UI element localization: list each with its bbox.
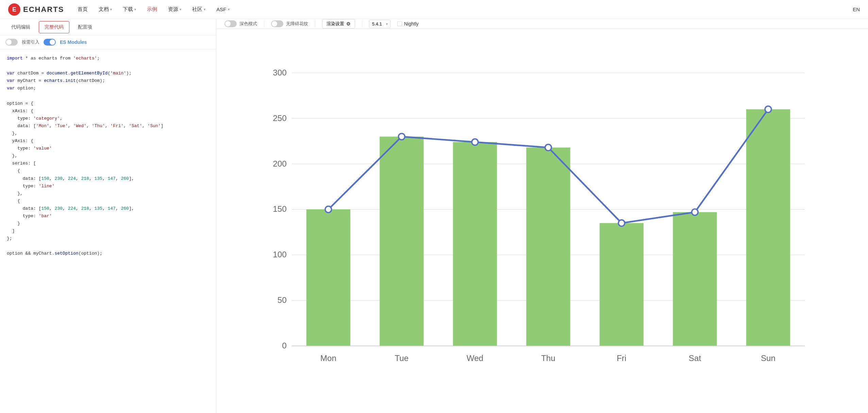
svg-point-26 — [545, 144, 552, 151]
accessible-toggle[interactable] — [271, 20, 283, 27]
nightly-checkbox[interactable] — [397, 21, 402, 26]
chevron-down-icon: ▾ — [110, 7, 112, 11]
svg-text:200: 200 — [273, 159, 286, 168]
nav-item-examples[interactable]: 示例 — [147, 6, 157, 13]
svg-text:Mon: Mon — [320, 354, 336, 363]
svg-text:E: E — [12, 6, 16, 13]
es-modules-label: ES Modules — [60, 39, 87, 45]
svg-text:0: 0 — [282, 341, 286, 350]
gear-icon: ⚙ — [346, 21, 351, 27]
logo[interactable]: E ECHARTS — [8, 3, 64, 16]
chevron-down-icon: ▾ — [204, 7, 205, 11]
svg-rect-22 — [746, 109, 790, 346]
nav-menu: 首页 文档 ▾ 下载 ▾ 示例 资源 ▾ 社区 ▾ ASF ▾ — [78, 6, 853, 13]
svg-text:Fri: Fri — [617, 354, 626, 363]
dark-mode-label: 深色模式 — [239, 21, 257, 27]
tab-full-code[interactable]: 完整代码 — [39, 21, 69, 33]
svg-point-28 — [692, 209, 698, 216]
on-demand-toggle[interactable] — [5, 39, 18, 46]
svg-text:Thu: Thu — [541, 354, 555, 363]
options-bar: 按需引入 ES Modules — [0, 35, 216, 49]
accessible-item: 无障碍花纹 — [271, 20, 308, 27]
nav-item-home[interactable]: 首页 — [78, 6, 88, 13]
nightly-label: Nightly — [404, 21, 419, 27]
svg-text:Sun: Sun — [761, 354, 775, 363]
svg-point-29 — [765, 106, 771, 113]
svg-text:Tue: Tue — [395, 354, 408, 363]
render-settings-button[interactable]: 渲染设置 ⚙ — [322, 19, 355, 29]
toolbar-divider-3 — [362, 20, 362, 27]
svg-text:Sat: Sat — [689, 354, 701, 363]
dark-mode-item: 深色模式 — [224, 20, 257, 27]
svg-rect-19 — [526, 148, 570, 346]
code-editor[interactable]: import * as echarts from 'echarts'; var … — [0, 49, 216, 413]
nav-item-community[interactable]: 社区 ▾ — [192, 6, 205, 13]
svg-text:Wed: Wed — [467, 354, 483, 363]
nav-item-docs[interactable]: 文档 ▾ — [99, 6, 112, 13]
chevron-down-icon: ▾ — [134, 7, 136, 11]
chevron-down-icon: ▾ — [228, 7, 230, 11]
toolbar-divider-2 — [315, 20, 315, 27]
es-modules-toggle[interactable] — [44, 39, 56, 46]
svg-rect-18 — [453, 142, 497, 346]
render-settings-label: 渲染设置 — [327, 21, 344, 27]
nightly-item: Nightly — [397, 21, 419, 27]
header: E ECHARTS 首页 文档 ▾ 下载 ▾ 示例 资源 ▾ 社区 ▾ ASF … — [0, 0, 868, 19]
svg-text:100: 100 — [273, 250, 286, 259]
svg-text:150: 150 — [273, 204, 286, 213]
svg-point-24 — [399, 134, 405, 140]
version-selector-wrapper: 5.4.1 5.4.0 5.3.3 ▾ — [369, 20, 390, 28]
version-select[interactable]: 5.4.1 5.4.0 5.3.3 — [369, 20, 390, 28]
svg-point-23 — [325, 206, 332, 213]
logo-text: ECHARTS — [23, 5, 64, 14]
svg-text:300: 300 — [273, 68, 286, 77]
nav-item-download[interactable]: 下载 ▾ — [123, 6, 136, 13]
toolbar-divider-1 — [264, 20, 264, 27]
left-panel: 代码编辑 完整代码 配置项 按需引入 ES Modules import * a… — [0, 19, 216, 413]
svg-text:250: 250 — [273, 114, 286, 123]
tab-bar: 代码编辑 完整代码 配置项 — [0, 19, 216, 35]
accessible-label: 无障碍花纹 — [286, 21, 308, 27]
svg-rect-21 — [673, 212, 717, 346]
right-panel: 深色模式 无障碍花纹 渲染设置 ⚙ 5.4.1 5.4.0 5.3.3 ▾ — [216, 19, 868, 413]
dark-mode-toggle[interactable] — [224, 20, 237, 27]
svg-point-27 — [618, 220, 625, 226]
svg-rect-16 — [306, 209, 350, 346]
on-demand-label: 按需引入 — [22, 39, 39, 45]
tab-config[interactable]: 配置项 — [72, 21, 98, 33]
svg-rect-20 — [600, 223, 644, 346]
main-container: 代码编辑 完整代码 配置项 按需引入 ES Modules import * a… — [0, 19, 868, 413]
nav-item-resources[interactable]: 资源 ▾ — [168, 6, 181, 13]
lang-switch[interactable]: EN — [853, 6, 860, 12]
svg-point-25 — [472, 139, 478, 145]
svg-text:50: 50 — [278, 295, 287, 305]
svg-rect-17 — [380, 137, 423, 346]
tab-code-editor[interactable]: 代码编辑 — [5, 21, 36, 33]
echarts-logo-icon: E — [8, 3, 20, 16]
chevron-down-icon: ▾ — [180, 7, 181, 11]
chart-area: 050100150200250300MonTueWedThuFriSatSun … — [216, 29, 868, 413]
chart-svg: 050100150200250300MonTueWedThuFriSatSun — [223, 36, 854, 384]
right-toolbar: 深色模式 无障碍花纹 渲染设置 ⚙ 5.4.1 5.4.0 5.3.3 ▾ — [216, 19, 868, 29]
nav-item-asf[interactable]: ASF ▾ — [216, 6, 229, 12]
